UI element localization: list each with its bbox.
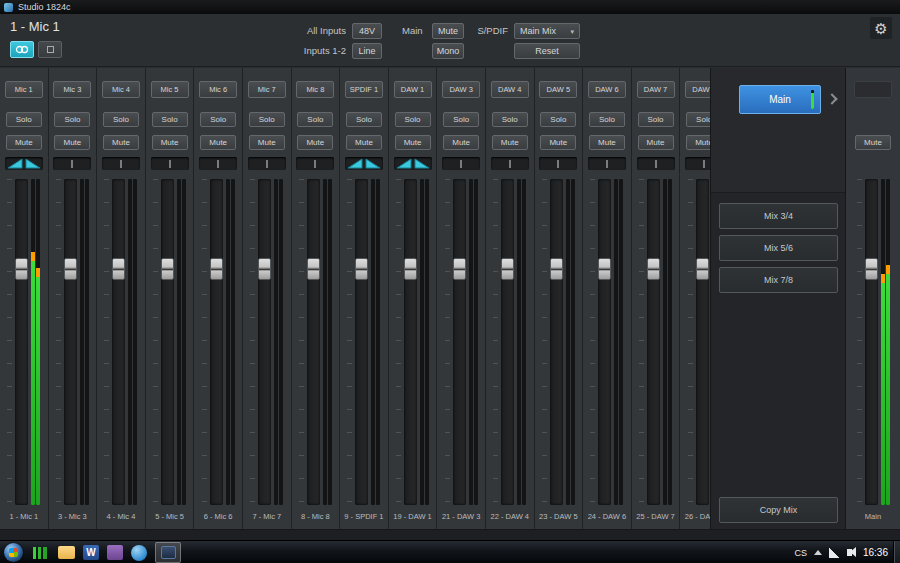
fader-handle[interactable] — [210, 258, 223, 280]
mute-button[interactable]: Mute — [6, 135, 42, 150]
channel-name-button[interactable]: SPDIF 1 — [345, 81, 383, 98]
clock[interactable]: 16:36 — [863, 547, 888, 558]
fader-track[interactable] — [501, 179, 514, 505]
pan-control[interactable] — [296, 157, 334, 170]
pan-control[interactable] — [685, 157, 712, 170]
pan-control[interactable] — [491, 157, 529, 170]
fader-handle[interactable] — [598, 258, 611, 280]
solo-button[interactable]: Solo — [152, 112, 188, 127]
volume-icon[interactable] — [847, 549, 852, 556]
channel-name-button[interactable]: DAW 1 — [394, 81, 432, 98]
fader-track[interactable] — [355, 179, 368, 505]
reset-button[interactable]: Reset — [514, 43, 580, 59]
fader-handle[interactable] — [307, 258, 320, 280]
show-hidden-icons-button[interactable] — [814, 550, 822, 555]
fader-track[interactable] — [453, 179, 466, 505]
pan-control[interactable] — [539, 157, 577, 170]
solo-button[interactable]: Solo — [103, 112, 139, 127]
pan-control[interactable] — [442, 157, 480, 170]
mute-button[interactable]: Mute — [152, 135, 188, 150]
pan-control[interactable] — [394, 157, 432, 170]
channel-name-button[interactable]: Mic 8 — [296, 81, 334, 98]
fader-track[interactable] — [598, 179, 611, 505]
universal-control-taskbar-button[interactable] — [155, 542, 181, 563]
channel-name-button[interactable]: Mic 3 — [53, 81, 91, 98]
mute-button[interactable]: Mute — [54, 135, 90, 150]
solo-button[interactable]: Solo — [638, 112, 674, 127]
solo-button[interactable]: Solo — [54, 112, 90, 127]
mute-button[interactable]: Mute — [249, 135, 285, 150]
mute-button[interactable]: Mute — [395, 135, 431, 150]
fader-track[interactable] — [161, 179, 174, 505]
phantom-power-button[interactable]: 48V — [352, 23, 382, 39]
stereo-link-button[interactable] — [10, 41, 34, 58]
channel-name-button[interactable]: DAW 4 — [491, 81, 529, 98]
fader-track[interactable] — [307, 179, 320, 505]
channel-name-button[interactable]: Mic 4 — [102, 81, 140, 98]
main-mono-button[interactable]: Mono — [432, 43, 464, 59]
channel-name-button[interactable]: Mic 1 — [5, 81, 43, 98]
solo-button[interactable]: Solo — [443, 112, 479, 127]
pan-control[interactable] — [588, 157, 626, 170]
solo-button[interactable]: Solo — [297, 112, 333, 127]
solo-button[interactable]: Solo — [6, 112, 42, 127]
fader-track[interactable] — [210, 179, 223, 505]
fader-handle[interactable] — [501, 258, 514, 280]
mute-button[interactable]: Mute — [103, 135, 139, 150]
pan-control[interactable] — [345, 157, 383, 170]
fader-handle[interactable] — [865, 258, 878, 280]
mix-3-4-tab[interactable]: Mix 3/4 — [719, 203, 838, 229]
fader-handle[interactable] — [64, 258, 77, 280]
fader-track[interactable] — [15, 179, 28, 505]
mix-5-6-tab[interactable]: Mix 5/6 — [719, 235, 838, 261]
solo-button[interactable]: Solo — [249, 112, 285, 127]
solo-button[interactable]: Solo — [540, 112, 576, 127]
explorer-icon[interactable] — [58, 546, 75, 559]
channel-name-button[interactable]: DAW 3 — [442, 81, 480, 98]
mono-mode-button[interactable] — [38, 41, 62, 58]
solo-button[interactable]: Solo — [200, 112, 236, 127]
browser-icon[interactable] — [131, 545, 147, 561]
network-icon[interactable] — [829, 548, 840, 558]
show-desktop-button[interactable] — [893, 541, 900, 563]
fader-handle[interactable] — [258, 258, 271, 280]
mute-button[interactable]: Mute — [589, 135, 625, 150]
window-titlebar[interactable]: Studio 1824c — [0, 0, 900, 14]
pan-control[interactable] — [102, 157, 140, 170]
pan-control[interactable] — [5, 157, 43, 170]
word-icon[interactable]: W — [83, 545, 99, 560]
mute-button[interactable]: Mute — [443, 135, 479, 150]
pan-control[interactable] — [151, 157, 189, 170]
language-indicator[interactable]: CS — [794, 548, 807, 558]
channel-name-button[interactable]: DAW 7 — [637, 81, 675, 98]
mute-button[interactable]: Mute — [540, 135, 576, 150]
main-mute-button[interactable]: Mute — [432, 23, 464, 39]
channel-name-button[interactable]: DAW 6 — [588, 81, 626, 98]
presentation-app-icon[interactable] — [107, 545, 123, 560]
solo-button[interactable]: Solo — [492, 112, 528, 127]
fader-track[interactable] — [112, 179, 125, 505]
solo-button[interactable]: Solo — [686, 112, 712, 127]
fader-track[interactable] — [404, 179, 417, 505]
channel-name-button[interactable]: DAW 8 — [685, 81, 712, 98]
fader-handle[interactable] — [15, 258, 28, 280]
mute-button[interactable]: Mute — [297, 135, 333, 150]
mute-button[interactable]: Mute — [686, 135, 712, 150]
channel-name-button[interactable]: DAW 5 — [539, 81, 577, 98]
fader-handle[interactable] — [647, 258, 660, 280]
equalizer-app-icon[interactable] — [30, 544, 50, 562]
fader-handle[interactable] — [696, 258, 709, 280]
mute-button[interactable]: Mute — [492, 135, 528, 150]
mix-7-8-tab[interactable]: Mix 7/8 — [719, 267, 838, 293]
main-strip-mute-button[interactable]: Mute — [855, 135, 891, 150]
pan-control[interactable] — [248, 157, 286, 170]
settings-gear-icon[interactable]: ⚙ — [870, 17, 892, 39]
fader-track[interactable] — [64, 179, 77, 505]
fader-handle[interactable] — [112, 258, 125, 280]
fader-handle[interactable] — [355, 258, 368, 280]
spdif-source-select[interactable]: Main Mix ▾ — [514, 23, 580, 39]
fader-handle[interactable] — [453, 258, 466, 280]
fader-handle[interactable] — [161, 258, 174, 280]
channel-name-button[interactable]: Mic 5 — [151, 81, 189, 98]
mute-button[interactable]: Mute — [346, 135, 382, 150]
